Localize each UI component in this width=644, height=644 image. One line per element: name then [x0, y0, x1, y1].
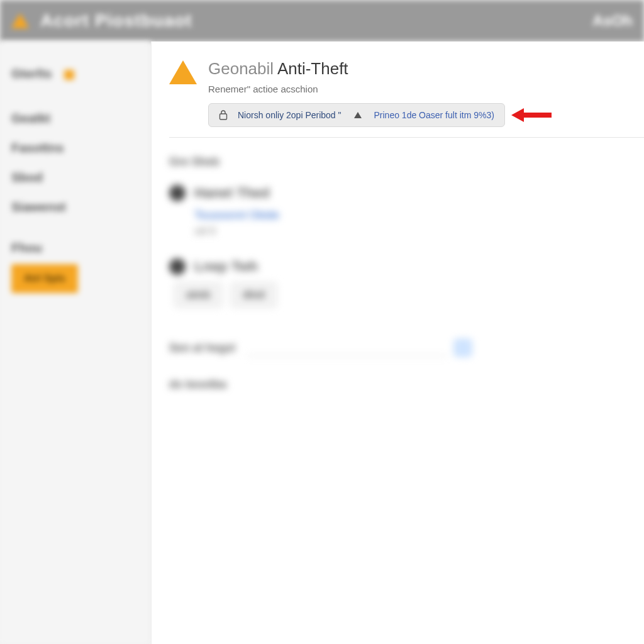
- warning-triangle-icon: [11, 13, 29, 28]
- sidebar-item-label: Gterlts: [11, 67, 52, 80]
- sidebar-item-2[interactable]: Fasottns: [11, 133, 139, 163]
- page-title-light: Geonabil: [208, 59, 274, 78]
- svg-rect-0: [220, 114, 227, 119]
- sidebar-item-0[interactable]: Gterlts: [11, 59, 139, 89]
- annotation-arrow-icon: [511, 109, 552, 121]
- device-meta[interactable]: Tousosnnt Obide: [194, 209, 619, 222]
- banner-segment-1: Niorsh onliy 2opi Peribod ": [238, 110, 341, 120]
- action-button-1[interactable]: atmb: [174, 282, 222, 308]
- page-subtitle: Renemer" actioe acschion: [208, 84, 552, 94]
- sidebar-item-label: Sbod: [11, 170, 43, 184]
- device-sub: otil 8: [194, 226, 619, 237]
- main-panel: Geonabil Anti-Theft Renemer" actioe acsc…: [151, 42, 644, 644]
- device-status-icon: [169, 258, 186, 275]
- sidebar: Gterlts Geatkt Fasottns Sbod Siawenst Fh…: [0, 42, 151, 644]
- input-action-icon[interactable]: [454, 339, 472, 357]
- banner-segment-2: Prineo 1de Oaser fult itm 9%3): [374, 110, 494, 120]
- page-title-strong: Anti-Theft: [277, 59, 348, 78]
- sidebar-item-3[interactable]: Sbod: [11, 163, 139, 192]
- page-title: Geonabil Anti-Theft: [208, 59, 552, 79]
- device-row-1: Hanet Thed: [169, 185, 619, 201]
- lock-icon: [219, 110, 228, 120]
- action-button-2[interactable]: dtnd: [231, 282, 277, 308]
- warning-triangle-icon: [169, 60, 197, 84]
- sidebar-item-label: Geatkt: [11, 111, 50, 125]
- device-status-icon: [169, 185, 186, 201]
- input-label: Sen al hegsl: [169, 341, 235, 355]
- text-input[interactable]: [247, 340, 448, 356]
- sidebar-item-1[interactable]: Geatkt: [11, 104, 139, 133]
- body-layout: Gterlts Geatkt Fasottns Sbod Siawenst Fh…: [0, 42, 644, 644]
- input-row: Sen al hegsl: [169, 339, 619, 357]
- protection-banner[interactable]: Niorsh onliy 2opi Peribod " Prineo 1de O…: [208, 103, 505, 127]
- device-name: Hanet Thed: [194, 185, 270, 201]
- device-name: Lnep Twh: [194, 258, 258, 275]
- app-title: Acort Piostbuaot: [40, 11, 192, 31]
- section-heading: Gre Sheb: [169, 155, 619, 169]
- sidebar-cta-button[interactable]: Atrl Spls: [11, 264, 78, 293]
- page-header: Geonabil Anti-Theft Renemer" actioe acsc…: [169, 59, 644, 127]
- main-content-blurred: Gre Sheb Hanet Thed Tousosnnt Obide otil…: [169, 138, 644, 391]
- triangle-icon: [354, 112, 362, 118]
- sidebar-active-badge-icon: [64, 70, 74, 80]
- header-right-label: AsOh: [592, 0, 633, 42]
- sidebar-item-4[interactable]: Siawenst: [11, 192, 139, 222]
- footer-label: ds teootba: [169, 378, 619, 391]
- sidebar-item-label: Fasottns: [11, 141, 64, 155]
- app-header: Acort Piostbuaot AsOh: [0, 0, 644, 42]
- sidebar-section-label: Fhou: [11, 233, 139, 262]
- device-row-2: Lnep Twh: [169, 258, 619, 275]
- sidebar-item-label: Siawenst: [11, 200, 66, 214]
